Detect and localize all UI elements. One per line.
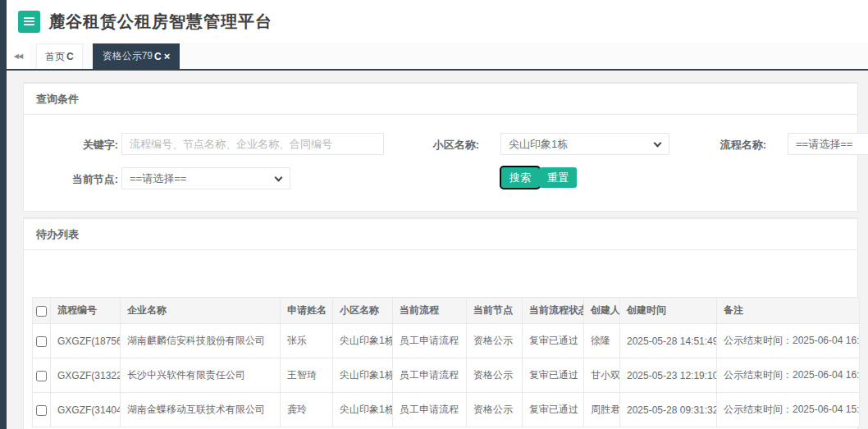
community-label: 小区名称:: [401, 138, 479, 153]
table-cell: GXGZF(18756): [51, 324, 121, 358]
table-row: GXGZF(18756)湖南麒麟信安科技股份有限公司张乐尖山印象1栋员工申请流程…: [33, 324, 860, 358]
column-header: 当前流程: [393, 298, 467, 324]
query-panel-title: 查询条件: [24, 84, 857, 115]
reset-button[interactable]: 重置: [539, 167, 577, 188]
table-cell: 员工申请流程: [393, 393, 467, 427]
community-select-value: 尖山印象1栋: [509, 137, 568, 152]
table-cell: 周胜君: [584, 393, 620, 427]
table-cell: 王智琦: [281, 358, 333, 393]
row-checkbox[interactable]: [36, 336, 47, 347]
table-cell: 张乐: [281, 324, 333, 358]
keyword-label: 关键字:: [32, 138, 118, 153]
tab-label: 资格公示79: [103, 49, 153, 63]
column-header: 小区名称: [333, 298, 393, 324]
current-node-select[interactable]: ==请选择==: [121, 167, 290, 189]
double-left-arrow-icon: ◀◀: [14, 52, 22, 60]
table-cell: 资格公示: [467, 358, 523, 393]
table-cell: 长沙中兴软件有限责任公司: [121, 358, 281, 393]
table-cell: 湖南麒麟信安科技股份有限公司: [121, 324, 281, 358]
hamburger-icon: [24, 21, 34, 22]
table-cell: 尖山印象1栋: [333, 393, 393, 427]
table-cell: 复审已通过: [523, 393, 584, 427]
table-cell: 尖山印象1栋: [333, 358, 393, 393]
todo-table: 流程编号企业名称申请姓名小区名称当前流程当前节点当前流程状态创建人创建时间备注 …: [32, 297, 860, 427]
process-select-value: ==请选择==: [796, 137, 852, 152]
community-select[interactable]: 尖山印象1栋: [500, 133, 669, 155]
table-cell: 资格公示: [467, 393, 523, 427]
table-row: GXGZF(31322)长沙中兴软件有限责任公司王智琦尖山印象1栋员工申请流程资…: [33, 358, 860, 393]
column-header: 备注: [717, 298, 860, 324]
keyword-input[interactable]: [121, 133, 384, 155]
column-header: 流程编号: [51, 298, 121, 324]
refresh-icon[interactable]: C: [66, 51, 74, 62]
select-all-checkbox[interactable]: [36, 306, 47, 317]
table-cell: 尖山印象1栋: [333, 324, 393, 358]
row-checkbox[interactable]: [36, 405, 47, 416]
table-cell: 2025-05-23 12:19:10: [620, 358, 717, 393]
table-cell: 龚玲: [281, 393, 333, 427]
tab-home[interactable]: 首页 C: [36, 43, 83, 69]
current-node-label: 当前节点:: [32, 172, 118, 187]
table-cell: 2025-05-28 14:51:49: [620, 324, 717, 358]
table-cell: 2025-05-28 09:31:32: [620, 393, 717, 427]
table-cell: 徐隆: [584, 324, 620, 358]
table-cell: 员工申请流程: [393, 358, 467, 393]
table-cell: 甘小双: [584, 358, 620, 393]
table-cell: 复审已通过: [523, 324, 584, 358]
table-cell: 员工申请流程: [393, 324, 467, 358]
column-header: 创建人: [584, 298, 620, 324]
todo-panel-title: 待办列表: [24, 219, 857, 250]
row-checkbox-cell: [33, 324, 51, 358]
current-node-select-value: ==请选择==: [130, 171, 186, 186]
row-checkbox-cell: [33, 358, 51, 393]
process-select[interactable]: ==请选择==: [788, 133, 868, 155]
app-title: 麓谷租赁公租房智慧管理平台: [48, 11, 272, 33]
collapsed-sidebar[interactable]: [0, 0, 7, 429]
table-cell: GXGZF(31322): [51, 358, 121, 393]
tabs-collapse-button[interactable]: ◀◀: [7, 43, 30, 69]
search-button[interactable]: 搜索: [501, 167, 539, 188]
main-content: 查询条件 关键字: 小区名称: 尖山印象1栋 流程名称: ==请选择== 当前节…: [7, 71, 868, 429]
header-checkbox-cell: [33, 298, 51, 324]
table-header-row: 流程编号企业名称申请姓名小区名称当前流程当前节点当前流程状态创建人创建时间备注: [33, 298, 860, 324]
row-checkbox-cell: [33, 393, 51, 427]
column-header: 创建时间: [620, 298, 717, 324]
query-panel: 查询条件 关键字: 小区名称: 尖山印象1栋 流程名称: ==请选择== 当前节…: [23, 82, 858, 212]
table-cell: 公示结束时间：2025-06-04 15:23:39: [717, 393, 860, 427]
table-cell: GXGZF(31404): [51, 393, 121, 427]
refresh-icon[interactable]: C: [154, 51, 162, 62]
table-cell: 资格公示: [467, 324, 523, 358]
tab-bar: ◀◀ 首页 C 资格公示79 C ×: [7, 43, 868, 71]
column-header: 当前流程状态: [523, 298, 584, 324]
chevron-down-icon: [654, 139, 662, 148]
close-icon[interactable]: ×: [164, 51, 171, 62]
process-label: 流程名称:: [688, 138, 766, 153]
todo-table-body: GXGZF(18756)湖南麒麟信安科技股份有限公司张乐尖山印象1栋员工申请流程…: [33, 324, 860, 427]
table-cell: 湖南金蝶移动互联技术有限公司: [121, 393, 281, 427]
chevron-down-icon: [275, 174, 283, 182]
table-row: GXGZF(31404)湖南金蝶移动互联技术有限公司龚玲尖山印象1栋员工申请流程…: [33, 393, 860, 427]
tab-label: 首页: [45, 50, 65, 64]
table-cell: 公示结束时间：2025-06-04 16:42:57: [717, 324, 860, 358]
menu-toggle-button[interactable]: [18, 11, 40, 33]
tab-qualification-publicity[interactable]: 资格公示79 C ×: [93, 43, 180, 69]
row-checkbox[interactable]: [36, 371, 47, 381]
table-cell: 复审已通过: [523, 358, 584, 393]
app-header: 麓谷租赁公租房智慧管理平台: [7, 0, 868, 43]
column-header: 申请姓名: [281, 298, 333, 324]
column-header: 企业名称: [121, 298, 281, 324]
todo-panel: 待办列表 流程编号企业名称申请姓名小区名称当前流程当前节点当前流程状态创建人创建…: [23, 217, 858, 429]
table-cell: 公示结束时间：2025-06-04 16:42:51: [717, 358, 860, 393]
column-header: 当前节点: [467, 298, 523, 324]
